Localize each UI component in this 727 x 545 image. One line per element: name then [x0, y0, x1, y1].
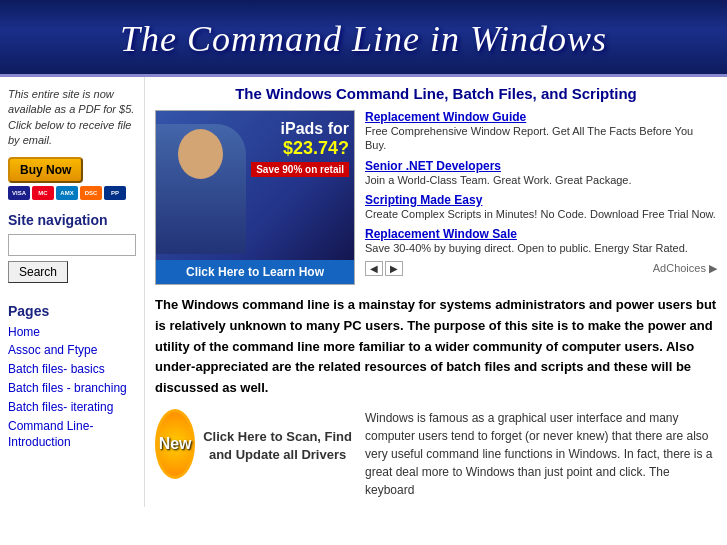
ad-item-4: Replacement Window Sale Save 30-40% by b… [365, 227, 717, 255]
paypal-icon: PP [104, 186, 126, 200]
ad-link-4[interactable]: Replacement Window Sale [365, 227, 717, 241]
ad-desc-3: Create Complex Scripts in Minutes! No Co… [365, 207, 717, 221]
ad-text-area: iPads for $23.74? Save 90% on retail [251, 119, 349, 177]
ad-item-1: Replacement Window Guide Free Comprehens… [365, 110, 717, 153]
adchoices-nav: ◀ ▶ [365, 261, 403, 276]
nav-item-cmdline-intro[interactable]: Command Line- Introduction [8, 418, 136, 452]
ad-headline: iPads for [251, 119, 349, 138]
ad-cta-button[interactable]: Click Here to Learn How [156, 260, 354, 284]
left-ad-block[interactable]: iPads for $23.74? Save 90% on retail Cli… [155, 110, 355, 285]
adchoices-bar: ◀ ▶ AdChoices ▶ [365, 261, 717, 276]
adchoices-label: AdChoices ▶ [653, 262, 717, 275]
header: The Command Line in Windows [0, 0, 727, 77]
ad-link-3[interactable]: Scripting Made Easy [365, 193, 717, 207]
right-ads: Replacement Window Guide Free Comprehens… [365, 110, 717, 285]
nav-links: Home Assoc and Ftype Batch files- basics… [8, 324, 136, 452]
new-badge: New [155, 409, 195, 479]
sidebar: This entire site is now available as a P… [0, 77, 145, 507]
ad-item-3: Scripting Made Easy Create Complex Scrip… [365, 193, 717, 221]
ad-inner: iPads for $23.74? Save 90% on retail Cli… [156, 111, 354, 284]
bottom-ad-cta[interactable]: Click Here to Scan, Find and Update all … [200, 428, 355, 464]
payment-icons: VISA MC AMX DSC PP [8, 186, 136, 200]
site-title: The Command Line in Windows [10, 18, 717, 60]
nav-item-batch-basics[interactable]: Batch files- basics [8, 361, 136, 378]
buy-now-button[interactable]: Buy Now [8, 157, 83, 183]
nav-item-batch-iterating[interactable]: Batch files- iterating [8, 399, 136, 416]
layout: This entire site is now available as a P… [0, 77, 727, 507]
ad-link-1[interactable]: Replacement Window Guide [365, 110, 717, 124]
ad-link-2[interactable]: Senior .NET Developers [365, 159, 717, 173]
discover-icon: DSC [80, 186, 102, 200]
intro-text: The Windows command line is a mainstay f… [155, 295, 717, 399]
ad-item-2: Senior .NET Developers Join a World-Clas… [365, 159, 717, 187]
ad-save-badge: Save 90% on retail [251, 162, 349, 177]
ad-desc-2: Join a World-Class Team. Great Work. Gre… [365, 173, 717, 187]
nav-item-assoc[interactable]: Assoc and Ftype [8, 342, 136, 359]
ad-desc-4: Save 30-40% by buying direct. Open to pu… [365, 241, 717, 255]
search-button[interactable]: Search [8, 261, 68, 283]
ad-desc-1: Free Comprehensive Window Report. Get Al… [365, 124, 717, 153]
amex-icon: AMX [56, 186, 78, 200]
bottom-section: New Click Here to Scan, Find and Update … [155, 409, 717, 499]
ad-person-head [178, 129, 223, 179]
nav-item-home[interactable]: Home [8, 324, 136, 341]
site-navigation-title: Site navigation [8, 212, 136, 228]
adchoices-prev[interactable]: ◀ [365, 261, 383, 276]
ad-price: $23.74? [251, 138, 349, 159]
nav-item-batch-branching[interactable]: Batch files - branching [8, 380, 136, 397]
top-section: iPads for $23.74? Save 90% on retail Cli… [155, 110, 717, 285]
main-content: The Windows Command Line, Batch Files, a… [145, 77, 727, 507]
bottom-ad-block: New Click Here to Scan, Find and Update … [155, 409, 355, 499]
ad-person-image [156, 124, 246, 254]
main-title: The Windows Command Line, Batch Files, a… [155, 85, 717, 102]
adchoices-next[interactable]: ▶ [385, 261, 403, 276]
search-input[interactable] [8, 234, 136, 256]
visa-icon: VISA [8, 186, 30, 200]
pdf-note: This entire site is now available as a P… [8, 87, 136, 149]
bottom-desc: Windows is famous as a graphical user in… [365, 409, 717, 499]
pages-title: Pages [8, 303, 136, 319]
mastercard-icon: MC [32, 186, 54, 200]
